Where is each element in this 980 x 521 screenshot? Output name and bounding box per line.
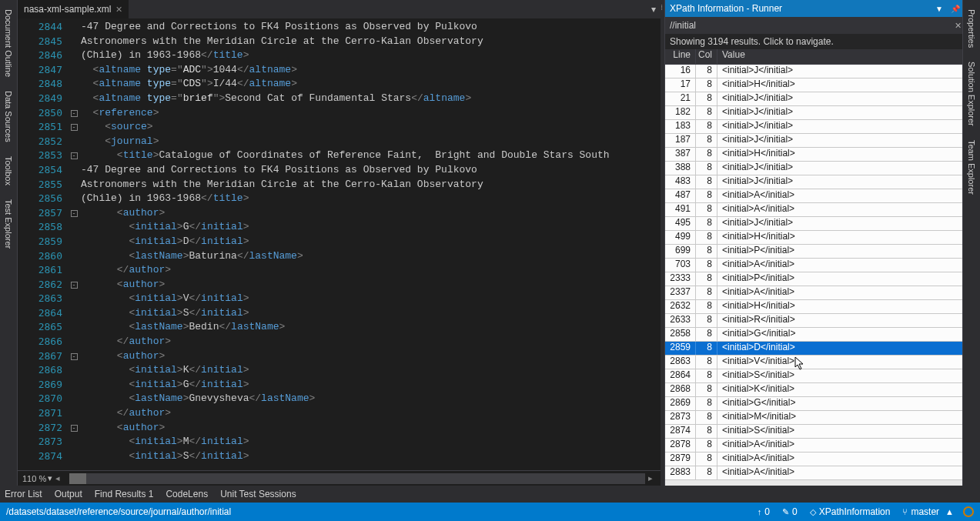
panel-title: XPath Information - Runner (670, 3, 782, 14)
grid-header-line[interactable]: Line (665, 49, 696, 64)
table-row[interactable]: 28788<initial>A</initial> (665, 439, 969, 453)
table-row[interactable]: 28688<initial>K</initial> (665, 383, 969, 397)
table-row[interactable]: 26328<initial>H</initial> (665, 300, 969, 314)
scroll-right-icon[interactable]: ▸ (645, 473, 656, 483)
table-row[interactable]: 23378<initial>A</initial> (665, 286, 969, 300)
side-tab-document-outline[interactable]: Document Outline (2, 3, 15, 83)
panel-header[interactable]: XPath Information - Runner ▼ 📌 ✕ (665, 0, 980, 17)
table-row[interactable]: 3888<initial>J</initial> (665, 162, 969, 175)
side-tab-data-sources[interactable]: Data Sources (2, 85, 15, 149)
bottom-tab-codelens[interactable]: CodeLens (166, 489, 208, 499)
table-row[interactable]: 4998<initial>H</initial> (665, 231, 969, 245)
side-tab-solution-explorer[interactable]: Solution Explorer (965, 55, 978, 132)
table-row[interactable]: 28798<initial>A</initial> (665, 453, 969, 466)
fold-toggle-icon[interactable]: - (71, 110, 78, 117)
panel-status-text: Showing 3194 results. Click to navigate. (670, 36, 834, 47)
table-row[interactable]: 218<initial>J</initial> (665, 92, 969, 106)
table-row[interactable]: 1828<initial>J</initial> (665, 106, 969, 120)
branch-icon: ⑂ (902, 507, 908, 516)
side-tab-team-explorer[interactable]: Team Explorer (965, 134, 978, 201)
panel-pin-icon[interactable]: 📌 (949, 5, 962, 13)
status-xpath: /datasets/dataset/reference/source/journ… (6, 506, 231, 517)
table-row[interactable]: 28598<initial>D</initial> (665, 342, 969, 356)
bottom-tab-find-results-1[interactable]: Find Results 1 (95, 489, 154, 499)
bottom-tab-error-list[interactable]: Error List (5, 489, 42, 499)
right-toolstrip: PropertiesSolution ExplorerTeam Explorer (962, 0, 980, 486)
table-row[interactable]: 1838<initial>J</initial> (665, 120, 969, 134)
status-bar: /datasets/dataset/reference/source/journ… (0, 503, 980, 521)
code-editor[interactable]: 2844284528462847284828492850285128522853… (18, 18, 661, 470)
table-row[interactable]: 7038<initial>A</initial> (665, 259, 969, 272)
file-tab-label: nasa-xml-sample.xml (24, 4, 111, 15)
table-row[interactable]: 28698<initial>G</initial> (665, 397, 969, 411)
fold-column[interactable]: ------- (67, 18, 81, 470)
bottom-tab-unit-test-sessions[interactable]: Unit Test Sessions (220, 489, 296, 499)
fold-toggle-icon[interactable]: - (71, 425, 78, 432)
grid-body[interactable]: 168<initial>J</initial>178<initial>H</in… (665, 65, 969, 486)
tab-dropdown-icon[interactable]: ▾ (647, 4, 661, 15)
upload-icon: ↑ (758, 507, 762, 516)
status-extension[interactable]: ◇XPathInformation (810, 506, 891, 517)
fold-toggle-icon[interactable]: - (71, 124, 78, 131)
table-row[interactable]: 178<initial>H</initial> (665, 78, 969, 92)
status-branch[interactable]: ⑂master▲ (902, 506, 954, 517)
panel-status: Showing 3194 results. Click to navigate. (665, 34, 980, 49)
table-row[interactable]: 28738<initial>M</initial> (665, 411, 969, 425)
table-row[interactable]: 6998<initial>P</initial> (665, 245, 969, 259)
panel-dropdown-icon[interactable]: ▼ (934, 5, 945, 13)
diamond-icon: ◇ (810, 507, 816, 517)
scroll-left-icon[interactable]: ◂ (52, 473, 63, 483)
fold-toggle-icon[interactable]: - (71, 152, 78, 159)
table-row[interactable]: 28588<initial>G</initial> (665, 328, 969, 342)
table-row[interactable]: 28748<initial>S</initial> (665, 425, 969, 439)
zoom-level[interactable]: 110 % (22, 474, 46, 483)
xpath-query-row[interactable]: //initial ✕ ▾ (665, 17, 980, 34)
horizontal-scrollbar[interactable] (69, 473, 645, 484)
code-content[interactable]: -47 Degree and Corrections to FK4 Positi… (81, 18, 661, 470)
table-row[interactable]: 4838<initial>J</initial> (665, 175, 969, 189)
table-row[interactable]: 1878<initial>J</initial> (665, 134, 969, 148)
fold-toggle-icon[interactable]: - (71, 282, 78, 289)
table-row[interactable]: 28638<initial>V</initial> (665, 356, 969, 369)
grid-header-col[interactable]: Col (696, 49, 717, 64)
fold-toggle-icon[interactable]: - (71, 210, 78, 217)
bottom-tab-output[interactable]: Output (55, 489, 82, 499)
table-row[interactable]: 3878<initial>H</initial> (665, 148, 969, 162)
status-edits[interactable]: ✎0 (782, 506, 798, 517)
table-row[interactable]: 26338<initial>R</initial> (665, 314, 969, 328)
side-tab-toolbox[interactable]: Toolbox (2, 150, 15, 192)
chevron-up-icon: ▲ (945, 507, 954, 516)
zoom-scroll-row: 110 % ▾ ◂ ▸ (18, 470, 661, 486)
grid-header[interactable]: Line Col Value (665, 49, 980, 65)
table-row[interactable]: 168<initial>J</initial> (665, 65, 969, 78)
document-tab-row: nasa-xml-sample.xml ✕ ▾ (18, 0, 661, 18)
line-number-gutter: 2844284528462847284828492850285128522853… (18, 18, 67, 470)
table-row[interactable]: 28838<initial>A</initial> (665, 466, 969, 480)
table-row[interactable]: 28648<initial>S</initial> (665, 369, 969, 383)
side-tab-properties[interactable]: Properties (965, 3, 978, 54)
side-tab-test-explorer[interactable]: Test Explorer (2, 193, 15, 255)
status-upload[interactable]: ↑0 (758, 506, 770, 517)
table-row[interactable]: 4918<initial>A</initial> (665, 203, 969, 217)
feedback-icon[interactable] (963, 506, 974, 517)
fold-toggle-icon[interactable]: - (71, 353, 78, 360)
close-icon[interactable]: ✕ (115, 5, 122, 15)
table-row[interactable]: 4878<initial>A</initial> (665, 189, 969, 203)
table-row[interactable]: 4958<initial>J</initial> (665, 217, 969, 231)
editor-area: nasa-xml-sample.xml ✕ ▾ 2844284528462847… (18, 0, 661, 486)
grid-header-value[interactable]: Value (717, 49, 980, 64)
table-row[interactable]: 23338<initial>P</initial> (665, 272, 969, 286)
file-tab[interactable]: nasa-xml-sample.xml ✕ (18, 0, 129, 18)
pencil-icon: ✎ (782, 507, 789, 517)
xpath-panel: XPath Information - Runner ▼ 📌 ✕ //initi… (664, 0, 980, 486)
vertical-splitter[interactable] (661, 0, 664, 486)
bottom-tabs: Error ListOutputFind Results 1CodeLensUn… (0, 486, 980, 503)
xpath-query-text[interactable]: //initial (670, 20, 952, 31)
left-toolstrip: Document OutlineData SourcesToolboxTest … (0, 0, 18, 486)
